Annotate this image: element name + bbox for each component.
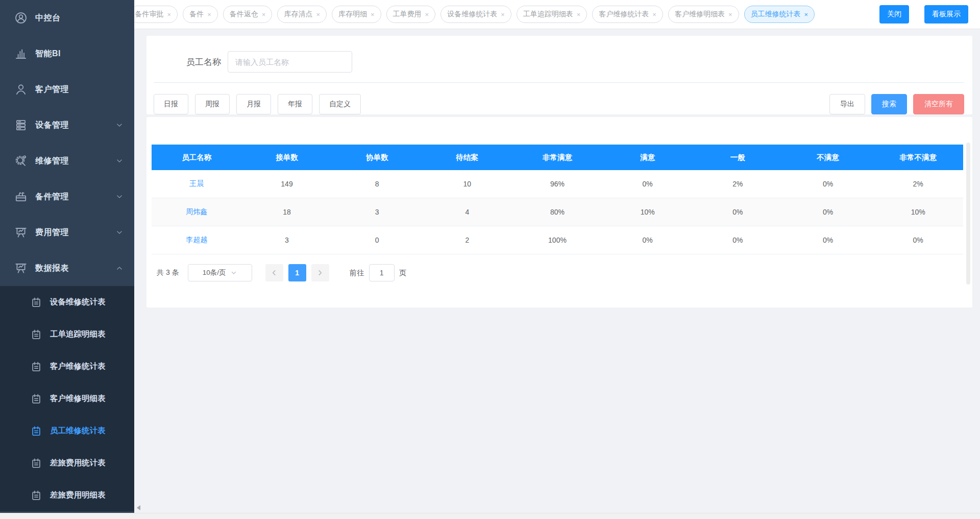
sidebar-item[interactable]: 维修管理 [0,143,134,179]
tab[interactable]: 备件返仓× [223,6,273,23]
page-size-value: 10条/页 [203,268,226,277]
sidebar-submenu: 设备维修统计表工单追踪明细表客户维修统计表客户维修明细表员工维修统计表差旅费用统… [0,286,134,511]
hscroll-left-arrow-icon[interactable] [137,505,140,510]
app-window: 中控台智能BI客户管理设备管理维修管理备件管理费用管理数据报表 设备维修统计表工… [0,0,980,513]
sidebar-subitem[interactable]: 客户维修统计表 [0,350,134,383]
tab[interactable]: 工单费用× [386,6,436,23]
tab-label: 备件返仓 [230,10,258,19]
employee-name-link[interactable]: 周炜鑫 [152,207,242,217]
sidebar-item[interactable]: 智能BI [0,36,134,72]
tab-close-icon[interactable]: × [728,11,732,18]
tab[interactable]: 库存清点× [277,6,327,23]
table-row: 李超越302100%0%0%0%0% [152,226,963,254]
sidebar-subitem[interactable]: 工单追踪明细表 [0,318,134,350]
employee-name-link[interactable]: 李超越 [152,235,242,245]
table-cell: 10% [873,208,963,216]
chevron-up-icon [116,265,123,272]
tab[interactable]: 备件× [183,6,218,23]
sidebar-item[interactable]: 数据报表 [0,250,134,286]
tab[interactable]: 库存明细× [332,6,381,23]
notebook-icon [31,393,42,405]
sidebar-item-label: 维修管理 [35,156,69,167]
sidebar-item-label: 备件管理 [35,192,69,202]
page-size-select[interactable]: 10条/页 [188,264,252,281]
employee-name-link[interactable]: 王晨 [152,179,242,188]
prev-page-button[interactable] [265,264,283,281]
board-display-button[interactable]: 看板展示 [924,5,968,23]
tab[interactable]: 客户维修统计表× [592,6,663,23]
tab-label: 库存明细 [338,10,367,19]
tab-list: ×备件审批×备件×备件返仓×库存清点×库存明细×工单费用×设备维修统计表×工单追… [134,6,815,23]
tab-close-icon[interactable]: × [501,11,505,18]
sidebar-subitem[interactable]: 差旅费用明细表 [0,479,134,511]
horizontal-scrollbar[interactable] [0,513,980,519]
next-page-button[interactable] [311,264,329,281]
table-cell: 10 [422,180,512,188]
tab-close-icon[interactable]: × [577,11,581,18]
tab-close-icon[interactable]: × [804,11,808,18]
customer-icon [14,83,28,96]
column-header: 待结案 [422,153,512,162]
sidebar-subitem[interactable]: 差旅费用统计表 [0,447,134,479]
goto-page-input[interactable] [369,264,395,281]
tab-close-icon[interactable]: × [425,11,429,18]
tab-close-icon[interactable]: × [167,11,172,18]
sidebar-item-label: 客户管理 [35,84,69,95]
goto-label: 前往 [350,268,364,278]
tab-close-icon[interactable]: × [371,11,375,18]
tab[interactable]: 客户维修明细表× [668,6,739,23]
period-button[interactable]: 日报 [154,94,188,114]
tab-close-icon[interactable]: × [262,11,266,18]
sidebar-subitem[interactable]: 员工维修统计表 [0,415,134,447]
table-cell: 149 [242,180,332,188]
tab[interactable]: 员工维修统计表× [744,6,815,23]
chevron-left-icon [271,269,278,276]
filter-buttons-row: 日报周报月报年报自定义 导出 搜索 清空所有 [154,94,964,114]
table-cell: 0% [783,236,873,244]
chevron-down-icon [116,229,123,236]
action-button-group: 导出 搜索 清空所有 [829,94,964,114]
sidebar-item[interactable]: 设备管理 [0,107,134,143]
console-icon [14,11,28,25]
sidebar-item[interactable]: 费用管理 [0,215,134,250]
page-number-1[interactable]: 1 [288,264,306,281]
sidebar-subitem[interactable]: 设备维修统计表 [0,286,134,318]
table-scrollbar[interactable] [966,143,970,285]
notebook-icon [31,490,42,501]
table-cell: 8 [332,180,422,188]
period-button[interactable]: 年报 [278,94,312,114]
chevron-right-icon [316,269,324,276]
tab-label: 客户维修统计表 [599,10,649,19]
search-button[interactable]: 搜索 [871,94,907,114]
export-button[interactable]: 导出 [829,94,865,114]
sidebar-subitem-label: 员工维修统计表 [50,426,106,436]
close-button[interactable]: 关闭 [879,5,909,23]
period-button[interactable]: 周报 [195,94,230,114]
tab-close-icon[interactable]: × [316,11,320,18]
pagination-total: 共 3 条 [157,268,179,277]
tab-close-icon[interactable]: × [652,11,656,18]
tab-label: 备件 [189,10,204,19]
sidebar-menu: 中控台智能BI客户管理设备管理维修管理备件管理费用管理数据报表 [0,0,134,286]
sidebar-item[interactable]: 备件管理 [0,179,134,215]
repair-icon [14,154,28,168]
period-button[interactable]: 自定义 [319,94,361,114]
column-header: 满意 [602,153,693,162]
sidebar-subitem-label: 差旅费用明细表 [50,490,106,501]
goto-page-group: 前往 页 [350,264,407,281]
tab[interactable]: 设备维修统计表× [440,6,511,23]
tab[interactable]: 工单追踪明细表× [517,6,587,23]
spare-parts-icon [14,190,28,203]
column-header: 一般 [693,153,783,162]
sidebar-subitem-label: 设备维修统计表 [50,297,106,308]
employee-name-input[interactable] [228,51,352,73]
period-button[interactable]: 月报 [236,94,271,114]
clear-all-button[interactable]: 清空所有 [913,94,964,114]
tab-label: 设备维修统计表 [447,10,497,19]
sidebar-item[interactable]: 客户管理 [0,72,134,107]
table-cell: 4 [422,208,512,216]
tab-close-icon[interactable]: × [207,11,211,18]
sidebar-item[interactable]: 中控台 [0,0,134,36]
tab[interactable]: 备件审批× [134,6,178,23]
sidebar-subitem[interactable]: 客户维修明细表 [0,383,134,415]
